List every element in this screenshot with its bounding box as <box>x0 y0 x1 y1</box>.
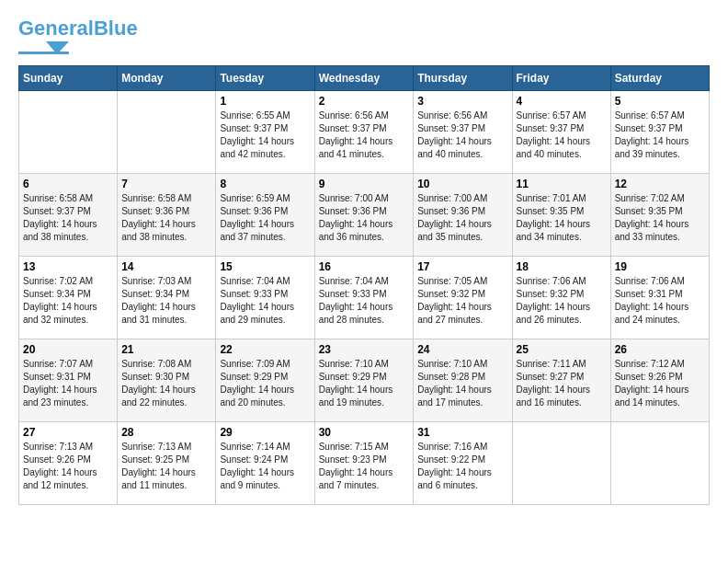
page-header: GeneralBlue <box>18 18 710 56</box>
day-cell: 4Sunrise: 6:57 AM Sunset: 9:37 PM Daylig… <box>512 91 610 174</box>
day-of-week-header: Monday <box>118 66 216 91</box>
calendar-header-row: SundayMondayTuesdayWednesdayThursdayFrid… <box>19 66 710 91</box>
day-number: 26 <box>615 343 705 356</box>
day-of-week-header: Tuesday <box>216 66 314 91</box>
day-cell: 1Sunrise: 6:55 AM Sunset: 9:37 PM Daylig… <box>216 91 314 174</box>
day-cell: 8Sunrise: 6:59 AM Sunset: 9:36 PM Daylig… <box>216 174 314 257</box>
day-number: 20 <box>23 343 113 356</box>
day-cell: 21Sunrise: 7:08 AM Sunset: 9:30 PM Dayli… <box>118 339 216 422</box>
calendar-week-row: 27Sunrise: 7:13 AM Sunset: 9:26 PM Dayli… <box>19 422 710 505</box>
day-info: Sunrise: 6:56 AM Sunset: 9:37 PM Dayligh… <box>417 109 507 161</box>
day-info: Sunrise: 7:01 AM Sunset: 9:35 PM Dayligh… <box>517 192 607 244</box>
day-cell: 22Sunrise: 7:09 AM Sunset: 9:29 PM Dayli… <box>216 339 314 422</box>
day-cell: 23Sunrise: 7:10 AM Sunset: 9:29 PM Dayli… <box>314 339 414 422</box>
day-of-week-header: Sunday <box>19 66 118 91</box>
day-info: Sunrise: 7:05 AM Sunset: 9:32 PM Dayligh… <box>417 275 507 327</box>
day-cell: 29Sunrise: 7:14 AM Sunset: 9:24 PM Dayli… <box>216 422 314 505</box>
empty-day-cell <box>118 91 216 174</box>
day-number: 12 <box>615 178 705 190</box>
day-number: 22 <box>220 343 310 356</box>
day-number: 6 <box>23 178 113 190</box>
logo-text: GeneralBlue <box>18 18 138 39</box>
day-number: 1 <box>220 95 310 108</box>
day-info: Sunrise: 6:56 AM Sunset: 9:37 PM Dayligh… <box>319 109 410 161</box>
day-info: Sunrise: 7:11 AM Sunset: 9:27 PM Dayligh… <box>517 358 607 409</box>
day-number: 27 <box>23 426 113 439</box>
day-cell: 27Sunrise: 7:13 AM Sunset: 9:26 PM Dayli… <box>19 422 118 505</box>
day-number: 16 <box>319 260 410 273</box>
empty-day-cell <box>512 422 610 505</box>
day-info: Sunrise: 7:14 AM Sunset: 9:24 PM Dayligh… <box>220 441 310 492</box>
day-number: 23 <box>319 343 410 356</box>
day-info: Sunrise: 7:10 AM Sunset: 9:28 PM Dayligh… <box>417 358 507 409</box>
day-cell: 15Sunrise: 7:04 AM Sunset: 9:33 PM Dayli… <box>216 257 314 339</box>
day-info: Sunrise: 7:04 AM Sunset: 9:33 PM Dayligh… <box>319 275 410 327</box>
day-cell: 18Sunrise: 7:06 AM Sunset: 9:32 PM Dayli… <box>512 257 610 339</box>
day-number: 24 <box>417 343 507 356</box>
day-info: Sunrise: 6:58 AM Sunset: 9:37 PM Dayligh… <box>23 192 113 244</box>
day-cell: 7Sunrise: 6:58 AM Sunset: 9:36 PM Daylig… <box>118 174 216 257</box>
calendar-week-row: 1Sunrise: 6:55 AM Sunset: 9:37 PM Daylig… <box>19 91 710 174</box>
logo-blue: Blue <box>94 17 138 40</box>
day-of-week-header: Saturday <box>610 66 709 91</box>
day-info: Sunrise: 7:04 AM Sunset: 9:33 PM Dayligh… <box>220 275 310 327</box>
day-number: 19 <box>615 260 705 273</box>
day-info: Sunrise: 7:13 AM Sunset: 9:25 PM Dayligh… <box>121 441 211 492</box>
day-number: 8 <box>220 178 310 190</box>
day-info: Sunrise: 7:16 AM Sunset: 9:22 PM Dayligh… <box>417 441 507 492</box>
day-info: Sunrise: 6:59 AM Sunset: 9:36 PM Dayligh… <box>220 192 310 244</box>
day-info: Sunrise: 7:10 AM Sunset: 9:29 PM Dayligh… <box>319 358 410 409</box>
logo: GeneralBlue <box>18 18 138 56</box>
day-number: 17 <box>417 260 507 273</box>
day-number: 31 <box>417 426 507 439</box>
day-cell: 12Sunrise: 7:02 AM Sunset: 9:35 PM Dayli… <box>610 174 709 257</box>
day-info: Sunrise: 7:06 AM Sunset: 9:31 PM Dayligh… <box>615 275 705 327</box>
calendar-week-row: 13Sunrise: 7:02 AM Sunset: 9:34 PM Dayli… <box>19 257 710 339</box>
calendar-week-row: 20Sunrise: 7:07 AM Sunset: 9:31 PM Dayli… <box>19 339 710 422</box>
day-cell: 9Sunrise: 7:00 AM Sunset: 9:36 PM Daylig… <box>314 174 414 257</box>
day-cell: 20Sunrise: 7:07 AM Sunset: 9:31 PM Dayli… <box>19 339 118 422</box>
calendar-table: SundayMondayTuesdayWednesdayThursdayFrid… <box>18 65 710 505</box>
day-info: Sunrise: 6:55 AM Sunset: 9:37 PM Dayligh… <box>220 109 310 161</box>
day-info: Sunrise: 6:58 AM Sunset: 9:36 PM Dayligh… <box>121 192 211 244</box>
day-number: 7 <box>121 178 211 190</box>
day-info: Sunrise: 7:07 AM Sunset: 9:31 PM Dayligh… <box>23 358 113 409</box>
day-info: Sunrise: 7:09 AM Sunset: 9:29 PM Dayligh… <box>220 358 310 409</box>
empty-day-cell <box>610 422 709 505</box>
day-number: 11 <box>517 178 607 190</box>
day-number: 21 <box>121 343 211 356</box>
calendar-week-row: 6Sunrise: 6:58 AM Sunset: 9:37 PM Daylig… <box>19 174 710 257</box>
day-cell: 19Sunrise: 7:06 AM Sunset: 9:31 PM Dayli… <box>610 257 709 339</box>
empty-day-cell <box>19 91 118 174</box>
day-cell: 11Sunrise: 7:01 AM Sunset: 9:35 PM Dayli… <box>512 174 610 257</box>
day-cell: 28Sunrise: 7:13 AM Sunset: 9:25 PM Dayli… <box>118 422 216 505</box>
day-info: Sunrise: 7:13 AM Sunset: 9:26 PM Dayligh… <box>23 441 113 492</box>
day-info: Sunrise: 7:03 AM Sunset: 9:34 PM Dayligh… <box>121 275 211 327</box>
day-cell: 10Sunrise: 7:00 AM Sunset: 9:36 PM Dayli… <box>414 174 512 257</box>
day-info: Sunrise: 7:15 AM Sunset: 9:23 PM Dayligh… <box>319 441 410 492</box>
day-info: Sunrise: 6:57 AM Sunset: 9:37 PM Dayligh… <box>517 109 607 161</box>
day-number: 13 <box>23 260 113 273</box>
day-cell: 17Sunrise: 7:05 AM Sunset: 9:32 PM Dayli… <box>414 257 512 339</box>
day-number: 29 <box>220 426 310 439</box>
day-number: 9 <box>319 178 410 190</box>
day-info: Sunrise: 7:06 AM Sunset: 9:32 PM Dayligh… <box>517 275 607 327</box>
day-info: Sunrise: 7:08 AM Sunset: 9:30 PM Dayligh… <box>121 358 211 409</box>
day-cell: 2Sunrise: 6:56 AM Sunset: 9:37 PM Daylig… <box>314 91 414 174</box>
logo-icon <box>18 40 69 56</box>
day-info: Sunrise: 7:00 AM Sunset: 9:36 PM Dayligh… <box>319 192 410 244</box>
day-info: Sunrise: 7:00 AM Sunset: 9:36 PM Dayligh… <box>417 192 507 244</box>
day-info: Sunrise: 7:02 AM Sunset: 9:35 PM Dayligh… <box>615 192 705 244</box>
day-info: Sunrise: 6:57 AM Sunset: 9:37 PM Dayligh… <box>615 109 705 161</box>
day-of-week-header: Wednesday <box>314 66 414 91</box>
day-number: 25 <box>517 343 607 356</box>
day-cell: 16Sunrise: 7:04 AM Sunset: 9:33 PM Dayli… <box>314 257 414 339</box>
day-info: Sunrise: 7:12 AM Sunset: 9:26 PM Dayligh… <box>615 358 705 409</box>
day-number: 2 <box>319 95 410 108</box>
day-cell: 26Sunrise: 7:12 AM Sunset: 9:26 PM Dayli… <box>610 339 709 422</box>
day-cell: 13Sunrise: 7:02 AM Sunset: 9:34 PM Dayli… <box>19 257 118 339</box>
day-number: 5 <box>615 95 705 108</box>
svg-rect-1 <box>18 52 69 54</box>
day-number: 14 <box>121 260 211 273</box>
day-number: 3 <box>417 95 507 108</box>
